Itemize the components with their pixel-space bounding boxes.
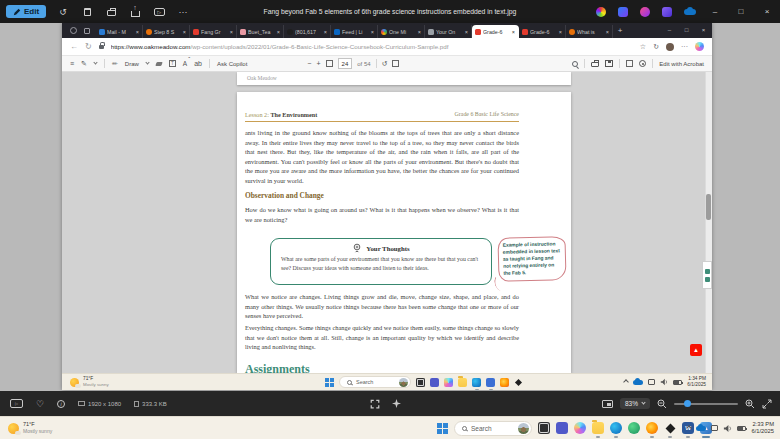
- browser-tab-grade6-active[interactable]: Grade-6×: [472, 25, 519, 38]
- fit-page-icon[interactable]: [326, 60, 333, 67]
- onedrive-tray-icon[interactable]: [633, 380, 643, 385]
- print-pdf-icon[interactable]: [591, 62, 599, 67]
- pdf-scrollbar-thumb[interactable]: [706, 194, 711, 220]
- read-aloud-icon[interactable]: Aˆ: [183, 60, 187, 67]
- page-view-icon[interactable]: [392, 60, 399, 67]
- start-button[interactable]: [437, 423, 448, 434]
- info-icon[interactable]: i: [57, 400, 65, 408]
- minimize-button[interactable]: –: [704, 0, 726, 23]
- browser-tab-buet[interactable]: Buet_Tea×: [237, 25, 284, 38]
- weather-widget[interactable]: 71°F Mostly sunny: [70, 374, 109, 390]
- search-box[interactable]: Search: [339, 376, 411, 388]
- share-icon[interactable]: ↑: [128, 5, 142, 19]
- onedrive-icon[interactable]: [684, 9, 696, 15]
- browser-tab-fang[interactable]: Fang Gr×: [190, 25, 237, 38]
- browser-tab-youron[interactable]: Your On×: [425, 25, 472, 38]
- zoom-out-icon[interactable]: −: [307, 60, 311, 67]
- close-button[interactable]: ×: [756, 0, 778, 23]
- settings-gear-icon[interactable]: [639, 60, 646, 67]
- copilot-icon[interactable]: [695, 42, 704, 51]
- fullscreen-icon[interactable]: [626, 60, 633, 67]
- tray-chevron-icon[interactable]: [623, 379, 629, 385]
- new-tab-button[interactable]: +: [613, 26, 627, 35]
- sync-icon[interactable]: ↻: [653, 43, 659, 51]
- picture-in-picture-icon[interactable]: [602, 400, 613, 408]
- sidebar-widget[interactable]: [702, 261, 712, 289]
- more-options-icon[interactable]: ···: [176, 5, 190, 19]
- clipchamp-icon[interactable]: [640, 7, 650, 17]
- add-text-icon[interactable]: T: [169, 60, 176, 67]
- eraser-icon[interactable]: [155, 62, 162, 66]
- browser-tab-image[interactable]: (801,617×: [284, 25, 331, 38]
- edit-with-acrobat-button[interactable]: Edit with Acrobat: [659, 61, 704, 67]
- workspace-icon[interactable]: [70, 27, 77, 34]
- maximize-button[interactable]: □: [730, 0, 752, 23]
- tab-actions-icon[interactable]: [84, 28, 90, 34]
- tab-close-icon[interactable]: ×: [559, 29, 562, 35]
- browser-tab-mail[interactable]: Mail - M×: [96, 25, 143, 38]
- lock-icon[interactable]: [99, 45, 104, 49]
- weather-widget[interactable]: 71°F Mostly sunny: [8, 417, 52, 439]
- zoom-in-icon[interactable]: [745, 399, 755, 409]
- favorite-heart-icon[interactable]: ♡: [36, 399, 44, 409]
- zoom-in-icon[interactable]: +: [316, 60, 320, 67]
- clock[interactable]: 1:34 PM 6/1/2025: [687, 376, 706, 388]
- page-number-input[interactable]: 24: [338, 58, 353, 69]
- search-icon[interactable]: [572, 61, 578, 67]
- slideshow-icon[interactable]: ▷: [10, 399, 23, 408]
- tab-close-icon[interactable]: ×: [183, 29, 186, 35]
- file-explorer-icon[interactable]: [592, 422, 604, 434]
- acrobat-floating-icon[interactable]: ▲: [690, 344, 702, 356]
- tab-close-icon[interactable]: ×: [136, 29, 139, 35]
- highlight-chevron-icon[interactable]: [93, 60, 97, 64]
- draw-label[interactable]: Draw: [125, 61, 139, 67]
- browser-maximize-button[interactable]: □: [678, 23, 695, 38]
- start-button[interactable]: [325, 378, 334, 387]
- clock[interactable]: 2:33 PM 6/1/2025: [751, 421, 774, 435]
- edge-icon[interactable]: [610, 422, 622, 434]
- browser-menu-icon[interactable]: ···: [681, 43, 688, 50]
- browser-minimize-button[interactable]: –: [661, 23, 678, 38]
- rotate-page-icon[interactable]: ↺: [382, 60, 388, 68]
- onedrive-tray-icon[interactable]: [696, 426, 706, 431]
- slideshow-icon[interactable]: ▷: [152, 5, 166, 19]
- app-icon[interactable]: [628, 422, 640, 434]
- browser-tab-whatis[interactable]: What is×: [566, 25, 613, 38]
- tray-chevron-icon[interactable]: [687, 425, 693, 431]
- draw-chevron-icon[interactable]: [145, 60, 149, 64]
- reload-icon[interactable]: ↻: [85, 42, 92, 51]
- tab-close-icon[interactable]: ×: [418, 29, 421, 35]
- edge-icon[interactable]: [472, 378, 481, 387]
- browser-tab-grade6[interactable]: Grade-6×: [519, 25, 566, 38]
- display-tray-icon[interactable]: [711, 425, 718, 431]
- edit-button[interactable]: Edit: [6, 5, 46, 18]
- task-view-icon[interactable]: [538, 422, 550, 434]
- pdf-scrollbar[interactable]: [705, 72, 712, 373]
- fullscreen-icon[interactable]: [762, 399, 772, 409]
- editor-app-icon[interactable]: [662, 7, 672, 17]
- battery-icon[interactable]: [673, 380, 682, 385]
- designer-icon[interactable]: [618, 7, 628, 17]
- print-icon[interactable]: [104, 5, 118, 19]
- dropbox-icon[interactable]: [514, 378, 523, 387]
- toc-icon[interactable]: ≡: [70, 60, 74, 67]
- draw-pen-icon[interactable]: ✏: [112, 60, 118, 68]
- tab-close-icon[interactable]: ×: [512, 29, 515, 35]
- teams-icon[interactable]: [556, 422, 568, 434]
- tab-close-icon[interactable]: ×: [465, 29, 468, 35]
- zoom-slider-thumb[interactable]: [684, 400, 691, 407]
- url-field[interactable]: https://www.oakmeadow.com/wp-content/upl…: [111, 43, 633, 50]
- file-explorer-icon[interactable]: [458, 378, 467, 387]
- search-box[interactable]: Search: [454, 421, 532, 436]
- firefox-icon[interactable]: [500, 378, 509, 387]
- highlight-icon[interactable]: ✎: [81, 60, 87, 68]
- tab-close-icon[interactable]: ×: [277, 29, 280, 35]
- task-view-icon[interactable]: [416, 378, 425, 387]
- delete-icon[interactable]: [80, 5, 94, 19]
- back-icon[interactable]: ←: [70, 42, 78, 51]
- ai-enhance-icon[interactable]: [392, 399, 401, 408]
- profile-avatar[interactable]: [666, 43, 674, 51]
- tab-close-icon[interactable]: ×: [606, 29, 609, 35]
- ask-copilot-button[interactable]: Ask Copilot: [217, 61, 247, 67]
- browser-tab-step8[interactable]: Step 8 S×: [143, 25, 190, 38]
